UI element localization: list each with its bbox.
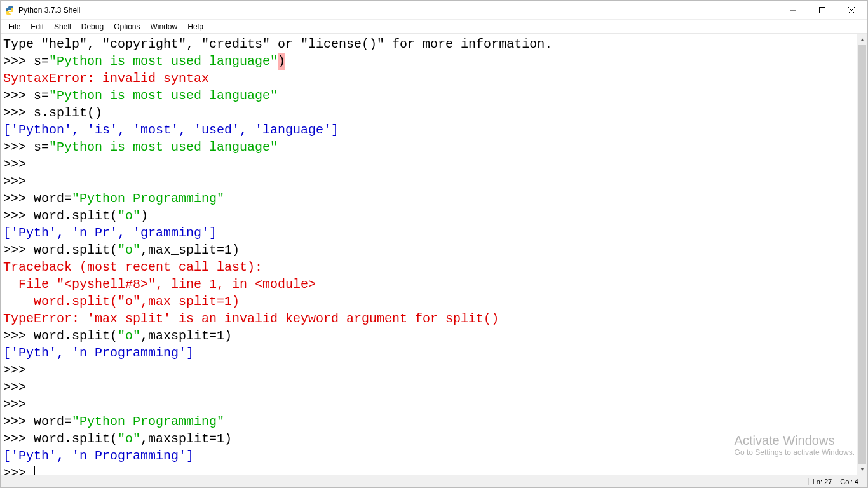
scroll-up-button[interactable]: ▲: [857, 34, 867, 45]
svg-point-1: [10, 13, 11, 13]
menu-help[interactable]: Help: [182, 21, 208, 32]
banner-line: Type "help", "copyright", "credits" or "…: [3, 37, 552, 51]
syntax-error: SyntaxError: invalid syntax: [3, 71, 209, 86]
window-controls: [778, 1, 866, 20]
prompt: >>>: [3, 54, 34, 69]
minimize-button[interactable]: [778, 1, 808, 20]
scroll-down-button[interactable]: ▼: [857, 464, 867, 475]
scroll-thumb[interactable]: [858, 45, 866, 464]
status-line: Ln: 27: [808, 478, 836, 485]
menu-file[interactable]: File: [3, 21, 25, 32]
shell-text[interactable]: Type "help", "copyright", "credits" or "…: [1, 34, 857, 475]
traceback-header: Traceback (most recent call last):: [3, 260, 262, 274]
menu-debug[interactable]: Debug: [76, 21, 109, 32]
status-col: Col: 4: [836, 478, 862, 485]
scroll-track[interactable]: [857, 45, 867, 464]
menu-options[interactable]: Options: [109, 21, 145, 32]
titlebar[interactable]: Python 3.7.3 Shell: [1, 1, 867, 20]
output-list: ['Python', 'is', 'most', 'used', 'langua…: [3, 123, 339, 137]
menu-shell[interactable]: Shell: [49, 21, 76, 32]
editor-area: Type "help", "copyright", "credits" or "…: [1, 34, 867, 475]
window-title: Python 3.7.3 Shell: [18, 6, 778, 15]
close-button[interactable]: [837, 1, 866, 20]
menu-window[interactable]: Window: [146, 21, 183, 32]
menu-edit[interactable]: Edit: [25, 21, 49, 32]
vertical-scrollbar[interactable]: ▲ ▼: [857, 34, 867, 475]
svg-point-0: [8, 6, 8, 7]
error-highlight: ): [278, 53, 285, 70]
python-icon: [4, 5, 15, 15]
statusbar: Ln: 27 Col: 4: [1, 475, 867, 487]
type-error: TypeError: 'max_split' is an invalid key…: [3, 311, 499, 326]
menubar: File Edit Shell Debug Options Window Hel…: [1, 20, 867, 34]
text-cursor: [34, 466, 35, 475]
maximize-button[interactable]: [808, 1, 837, 20]
idle-window: Python 3.7.3 Shell File Edit Shell Debug…: [0, 0, 868, 488]
svg-rect-3: [820, 7, 825, 13]
